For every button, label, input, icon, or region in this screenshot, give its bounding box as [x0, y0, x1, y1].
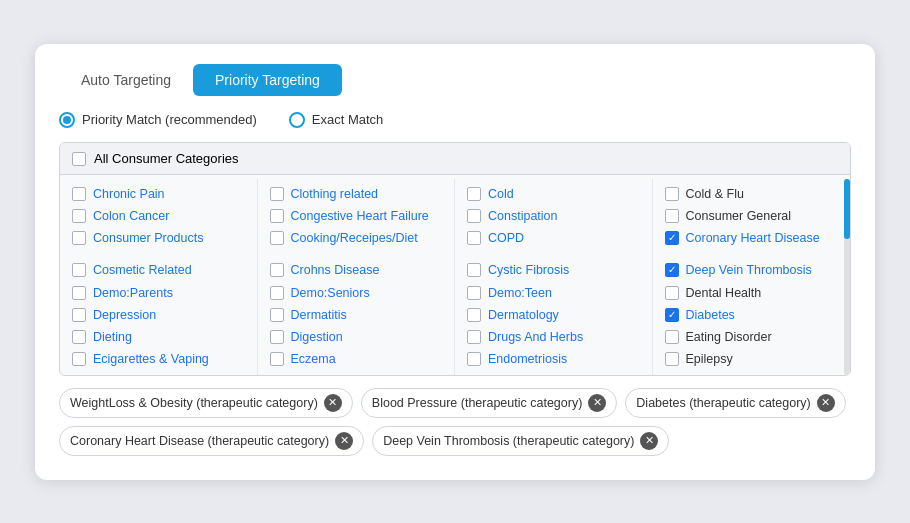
- cat-checkbox[interactable]: [270, 330, 284, 344]
- list-item[interactable]: Digestion: [266, 326, 447, 348]
- list-item[interactable]: Constipation: [463, 205, 644, 227]
- cat-checkbox[interactable]: [270, 308, 284, 322]
- list-item[interactable]: Consumer Products: [68, 227, 249, 249]
- tag-remove-blood-pressure[interactable]: ✕: [588, 394, 606, 412]
- cat-checkbox[interactable]: [72, 231, 86, 245]
- tag-weightloss: WeightLoss & Obesity (therapeutic catego…: [59, 388, 353, 418]
- list-item[interactable]: Chronic Pain: [68, 183, 249, 205]
- cat-label: Coronary Heart Disease: [686, 230, 820, 246]
- list-item[interactable]: Drugs And Herbs: [463, 326, 644, 348]
- cat-checkbox[interactable]: [270, 231, 284, 245]
- selected-tags-area: WeightLoss & Obesity (therapeutic catego…: [59, 388, 851, 456]
- cat-checkbox-checked[interactable]: [665, 231, 679, 245]
- list-item[interactable]: Eczema: [266, 348, 447, 370]
- cat-label: Epilepsy: [686, 351, 733, 367]
- tag-remove-diabetes[interactable]: ✕: [817, 394, 835, 412]
- match-type-row: Priority Match (recommended) Exact Match: [59, 112, 851, 128]
- list-item[interactable]: Cooking/Receipes/Diet: [266, 227, 447, 249]
- cat-checkbox[interactable]: [665, 330, 679, 344]
- cat-label: Clothing related: [291, 186, 379, 202]
- list-item[interactable]: Dieting: [68, 326, 249, 348]
- tag-remove-coronary[interactable]: ✕: [335, 432, 353, 450]
- list-item[interactable]: Coronary Heart Disease: [661, 227, 843, 249]
- cat-label: Cystic Fibrosis: [488, 262, 569, 278]
- tag-label: Diabetes (therapeutic category): [636, 396, 810, 410]
- cat-checkbox[interactable]: [270, 209, 284, 223]
- list-item[interactable]: Deep Vein Thrombosis: [661, 259, 843, 281]
- list-item[interactable]: Colon Cancer: [68, 205, 249, 227]
- cat-label: Diabetes: [686, 307, 735, 323]
- list-item[interactable]: Consumer General: [661, 205, 843, 227]
- radio-priority-label: Priority Match (recommended): [82, 112, 257, 127]
- cat-label: Deep Vein Thrombosis: [686, 262, 812, 278]
- cat-checkbox[interactable]: [467, 330, 481, 344]
- list-item[interactable]: Clothing related: [266, 183, 447, 205]
- cat-col-3: Cold Constipation COPD Cystic Fibrosis: [455, 179, 653, 375]
- radio-circle-exact: [289, 112, 305, 128]
- cat-checkbox[interactable]: [72, 263, 86, 277]
- tab-auto-targeting[interactable]: Auto Targeting: [59, 64, 193, 96]
- list-item[interactable]: Dermatitis: [266, 304, 447, 326]
- cat-label: Consumer General: [686, 208, 792, 224]
- list-item[interactable]: Cosmetic Related: [68, 259, 249, 281]
- list-item[interactable]: Demo:Parents: [68, 282, 249, 304]
- cat-col-1: Chronic Pain Colon Cancer Consumer Produ…: [60, 179, 258, 375]
- cat-checkbox[interactable]: [72, 187, 86, 201]
- cat-checkbox-checked[interactable]: [665, 308, 679, 322]
- tag-remove-weightloss[interactable]: ✕: [324, 394, 342, 412]
- cat-checkbox[interactable]: [467, 308, 481, 322]
- radio-exact-match[interactable]: Exact Match: [289, 112, 384, 128]
- cat-checkbox[interactable]: [72, 209, 86, 223]
- list-item[interactable]: Dental Health: [661, 282, 843, 304]
- tab-priority-targeting[interactable]: Priority Targeting: [193, 64, 342, 96]
- cat-checkbox[interactable]: [72, 308, 86, 322]
- cat-checkbox[interactable]: [467, 187, 481, 201]
- list-item[interactable]: Demo:Seniors: [266, 282, 447, 304]
- cat-label: Colon Cancer: [93, 208, 169, 224]
- cat-checkbox[interactable]: [270, 187, 284, 201]
- cat-col-4: Cold & Flu Consumer General Coronary Hea…: [653, 179, 851, 375]
- cat-checkbox[interactable]: [270, 286, 284, 300]
- list-item[interactable]: Demo:Teen: [463, 282, 644, 304]
- list-item[interactable]: Eating Disorder: [661, 326, 843, 348]
- cat-checkbox[interactable]: [665, 352, 679, 366]
- tag-label: WeightLoss & Obesity (therapeutic catego…: [70, 396, 318, 410]
- cat-checkbox[interactable]: [467, 286, 481, 300]
- cat-checkbox-checked[interactable]: [665, 263, 679, 277]
- main-card: Auto Targeting Priority Targeting Priori…: [35, 44, 875, 480]
- cat-checkbox[interactable]: [467, 263, 481, 277]
- cat-checkbox[interactable]: [467, 209, 481, 223]
- cat-label: Eczema: [291, 351, 336, 367]
- tag-label: Coronary Heart Disease (therapeutic cate…: [70, 434, 329, 448]
- cat-label: Congestive Heart Failure: [291, 208, 429, 224]
- cat-checkbox[interactable]: [270, 352, 284, 366]
- cat-checkbox[interactable]: [665, 209, 679, 223]
- cat-checkbox[interactable]: [665, 286, 679, 300]
- list-item[interactable]: Ecigarettes & Vaping: [68, 348, 249, 370]
- cat-checkbox[interactable]: [72, 352, 86, 366]
- list-item[interactable]: Endometriosis: [463, 348, 644, 370]
- list-item[interactable]: Cold: [463, 183, 644, 205]
- list-item[interactable]: Congestive Heart Failure: [266, 205, 447, 227]
- cat-checkbox[interactable]: [467, 231, 481, 245]
- cat-checkbox[interactable]: [467, 352, 481, 366]
- list-item[interactable]: Cold & Flu: [661, 183, 843, 205]
- list-item[interactable]: Dermatology: [463, 304, 644, 326]
- cat-checkbox[interactable]: [72, 330, 86, 344]
- all-categories-checkbox[interactable]: [72, 152, 86, 166]
- list-item[interactable]: Cystic Fibrosis: [463, 259, 644, 281]
- cat-label: Demo:Seniors: [291, 285, 370, 301]
- tag-label: Deep Vein Thrombosis (therapeutic catego…: [383, 434, 634, 448]
- list-item[interactable]: COPD: [463, 227, 644, 249]
- list-item[interactable]: Epilepsy: [661, 348, 843, 370]
- cat-col-2: Clothing related Congestive Heart Failur…: [258, 179, 456, 375]
- tag-coronary: Coronary Heart Disease (therapeutic cate…: [59, 426, 364, 456]
- cat-checkbox[interactable]: [270, 263, 284, 277]
- cat-checkbox[interactable]: [665, 187, 679, 201]
- list-item[interactable]: Crohns Disease: [266, 259, 447, 281]
- list-item[interactable]: Depression: [68, 304, 249, 326]
- radio-priority-match[interactable]: Priority Match (recommended): [59, 112, 257, 128]
- cat-checkbox[interactable]: [72, 286, 86, 300]
- list-item[interactable]: Diabetes: [661, 304, 843, 326]
- tag-remove-dvt[interactable]: ✕: [640, 432, 658, 450]
